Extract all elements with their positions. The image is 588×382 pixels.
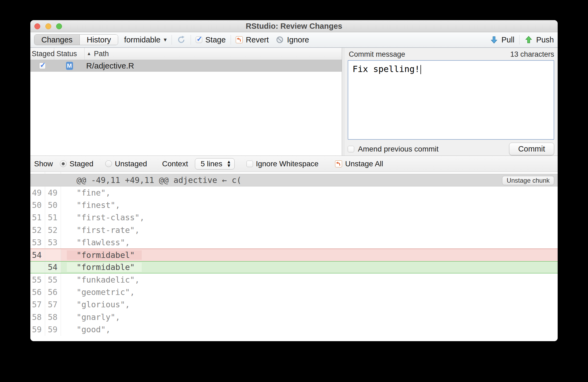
chunk-header-text: @@ -49,11 +49,11 @@ adjective ← c( — [77, 175, 241, 185]
diff-line-context[interactable]: 5858 "gnarly", — [30, 311, 558, 323]
tab-history[interactable]: History — [79, 35, 118, 45]
new-line-number: 58 — [45, 311, 61, 323]
revert-icon — [236, 36, 243, 43]
old-line-number: 56 — [30, 286, 45, 298]
diff-line-removed[interactable]: 54 "formidabel" — [30, 248, 558, 261]
diff-line-code: "formidable" — [61, 262, 558, 273]
new-line-number: 50 — [45, 199, 61, 211]
column-header-status[interactable]: Status — [54, 48, 85, 60]
toolbar: Changes History formidable ▾ ✓ Stage — [30, 32, 558, 48]
push-button[interactable]: Push — [524, 35, 554, 44]
new-line-number: 56 — [45, 286, 61, 298]
old-line-number: 55 — [30, 273, 45, 286]
diff-line-code: "flawless", — [61, 236, 558, 248]
close-button[interactable] — [34, 23, 40, 29]
unstage-all-button[interactable]: Unstage All — [345, 160, 383, 168]
diff-line-code: "first-rate", — [61, 224, 558, 236]
old-line-number: 52 — [30, 224, 45, 236]
amend-label: Amend previous commit — [358, 145, 438, 153]
pull-icon — [490, 35, 498, 44]
panel-splitter[interactable] — [342, 48, 344, 156]
ignore-whitespace-label[interactable]: Ignore Whitespace — [256, 160, 318, 168]
column-header-path[interactable]: ▲ Path — [85, 48, 342, 60]
commit-message-input[interactable]: Fix spelling! — [348, 60, 554, 140]
revert-button[interactable]: Revert — [236, 35, 269, 44]
diff-line-code: "first-class", — [61, 211, 558, 224]
toolbar-separator — [519, 35, 520, 45]
toolbar-separator — [172, 35, 172, 45]
stage-checkbox[interactable]: ✓ — [196, 37, 202, 43]
file-row[interactable]: ✓ M R/adjective.R — [30, 60, 342, 72]
new-line-number: 52 — [45, 224, 61, 236]
changed-text: "formidable" — [67, 262, 142, 272]
old-line-number — [30, 262, 45, 273]
push-icon — [524, 35, 533, 44]
new-line-number: 55 — [45, 273, 61, 286]
new-line-number: 53 — [45, 236, 61, 248]
old-line-number: 57 — [30, 298, 45, 311]
unstaged-radio-label[interactable]: Unstaged — [115, 160, 147, 168]
diff-line-context[interactable]: 5151 "first-class", — [30, 211, 558, 224]
refresh-button[interactable] — [177, 35, 186, 44]
tab-changes[interactable]: Changes — [34, 35, 79, 45]
top-panels: Staged Status ▲ Path ✓ M R/adjective.R — [30, 48, 558, 156]
view-switcher: Changes History — [34, 34, 118, 45]
pull-button[interactable]: Pull — [490, 35, 514, 44]
file-table-header: Staged Status ▲ Path — [30, 48, 342, 60]
diff-lines: 4949 "fine",5050 "finest",5151 "first-cl… — [30, 186, 558, 336]
diff-line-context[interactable]: 4949 "fine", — [30, 186, 558, 199]
changed-text: "formidabel" — [67, 250, 142, 260]
diff-line-context[interactable]: 5656 "geometric", — [30, 286, 558, 298]
commit-message-label: Commit message — [349, 50, 405, 59]
commit-button[interactable]: Commit — [509, 143, 554, 155]
diff-line-code: "finest", — [61, 199, 558, 211]
diff-line-added[interactable]: 54 "formidable" — [30, 261, 558, 273]
context-select[interactable]: 5 lines ▲▼ — [195, 158, 235, 170]
diff-line-code: "funkadelic", — [61, 273, 558, 286]
unstaged-radio[interactable] — [105, 160, 112, 167]
toolbar-separator — [191, 35, 191, 45]
ignore-whitespace-checkbox[interactable] — [246, 161, 253, 167]
diff-line-context[interactable]: 5757 "glorious", — [30, 298, 558, 311]
file-status-cell: M — [54, 62, 85, 70]
staged-radio[interactable] — [60, 160, 67, 167]
diff-line-context[interactable]: 5252 "first-rate", — [30, 224, 558, 236]
diff-line-code: "good", — [61, 323, 558, 336]
staged-radio-label[interactable]: Staged — [70, 160, 93, 168]
new-line-number: 59 — [45, 323, 61, 336]
diff-line-context[interactable]: 5353 "flawless", — [30, 236, 558, 248]
new-line-number — [45, 249, 61, 261]
diff-chunk-header: @@ -49,11 +49,11 @@ adjective ← c( Unsta… — [30, 174, 558, 186]
old-line-number: 51 — [30, 211, 45, 224]
title-bar[interactable]: RStudio: Review Changes — [30, 20, 558, 32]
unstage-chunk-button[interactable]: Unstage chunk — [502, 176, 554, 185]
minimize-button[interactable] — [45, 23, 51, 29]
column-header-staged[interactable]: Staged — [30, 48, 54, 60]
branch-dropdown[interactable]: formidable ▾ — [124, 35, 166, 44]
sort-asc-icon: ▲ — [87, 51, 91, 56]
file-staged-checkbox[interactable]: ✓ — [39, 63, 46, 69]
new-line-number: 49 — [45, 186, 61, 199]
new-line-number: 54 — [45, 262, 61, 273]
diff-line-code: "gnarly", — [61, 311, 558, 323]
ignore-button[interactable]: Ignore — [276, 35, 309, 44]
toolbar-separator — [231, 35, 231, 45]
diff-line-context[interactable]: 5959 "good", — [30, 323, 558, 336]
review-changes-window: RStudio: Review Changes Changes History … — [30, 20, 558, 341]
diff-line-context[interactable]: 5050 "finest", — [30, 199, 558, 211]
character-count: 13 characters — [510, 50, 554, 59]
stage-toggle[interactable]: ✓ Stage — [196, 35, 226, 44]
diff-line-context[interactable]: 5555 "funkadelic", — [30, 273, 558, 286]
amend-checkbox[interactable] — [348, 146, 354, 152]
file-list-panel: Staged Status ▲ Path ✓ M R/adjective.R — [30, 48, 342, 156]
refresh-icon — [177, 35, 186, 44]
revert-label: Revert — [246, 35, 269, 44]
push-label: Push — [536, 35, 554, 44]
context-value: 5 lines — [201, 160, 222, 168]
old-line-number: 49 — [30, 186, 45, 199]
unstage-all-icon — [335, 160, 342, 167]
stepper-icon: ▲▼ — [227, 160, 231, 168]
diff-line-code: "formidabel" — [61, 249, 558, 261]
pull-label: Pull — [502, 35, 514, 44]
zoom-button[interactable] — [56, 23, 62, 29]
